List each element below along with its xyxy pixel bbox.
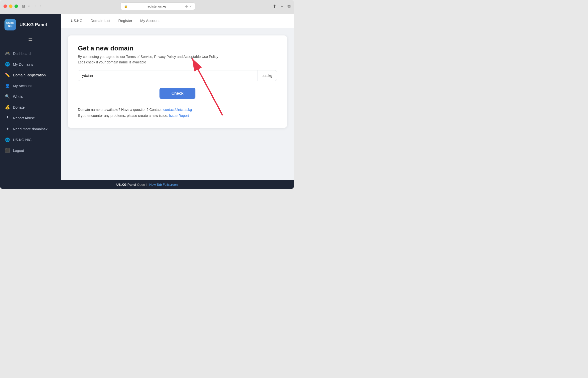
sidebar-item-report-abuse[interactable]: ! Report Abuse [0, 113, 61, 123]
issue-report-link[interactable]: Issue Report [169, 114, 189, 118]
logo-badge: US.KG NIC [4, 19, 16, 30]
sidebar: US.KG NIC US.KG Panel ☰ 🎮 Dashboard 🌐 My… [0, 14, 61, 180]
domain-registration-card: Get a new domain By continuing you agree… [68, 35, 287, 128]
check-availability-text: Let's check if your domain name is avail… [78, 60, 277, 64]
sidebar-item-logout[interactable]: ⬛ Logout [0, 145, 61, 156]
sidebar-item-label-dashboard: Dashboard [13, 52, 31, 56]
edit-icon: ✏️ [5, 73, 10, 77]
sidebar-item-dashboard[interactable]: 🎮 Dashboard [0, 48, 61, 59]
back-button[interactable]: ‹ [33, 3, 37, 9]
footer-new-tab-link[interactable]: New Tab [149, 183, 162, 187]
sidebar-item-domain-registration[interactable]: ✏️ Domain Registration [0, 70, 61, 80]
sidebar-item-my-domains[interactable]: 🌐 My Domains [0, 59, 61, 69]
footer-fullscreen-link[interactable]: Fullscreen [163, 183, 178, 187]
contact-line: Domain name unavailable? Have a question… [78, 107, 277, 113]
sidebar-item-label-domain-registration: Domain Registration [13, 73, 46, 77]
main-nav-register[interactable]: Register [114, 14, 136, 28]
sidebar-item-label-my-account: My Account [13, 84, 32, 88]
sidebar-item-label-my-domains: My Domains [13, 62, 33, 66]
sidebar-item-label-whois: Whois [13, 95, 23, 99]
main-nav-my-account[interactable]: My Account [136, 14, 164, 28]
contact-email-link[interactable]: contact@nic.us.kg [163, 108, 192, 112]
sidebar-item-donate[interactable]: 💰 Donate [0, 102, 61, 112]
plus-globe-icon: ✦ [5, 127, 10, 131]
forward-button[interactable]: › [38, 3, 43, 9]
dashboard-icon: 🎮 [5, 51, 10, 56]
page-content: Get a new domain By continuing you agree… [61, 28, 294, 180]
card-footer: Domain name unavailable? Have a question… [78, 107, 277, 119]
address-bar-url: register.us.kg [129, 4, 184, 8]
sidebar-item-label-logout: Logout [13, 149, 24, 153]
main-content-area: US.KG Domain List Register My Account Ge… [61, 14, 294, 180]
contact-prefix: Domain name unavailable? Have a question… [78, 108, 163, 112]
tabs-overview-button[interactable]: ⧉ [288, 3, 291, 9]
issue-line: If you encounter any problems, please cr… [78, 113, 277, 119]
domain-name-input[interactable] [78, 70, 258, 81]
reader-mode-icon[interactable]: ⊙ [185, 4, 188, 8]
chevron-down-icon: ▾ [28, 4, 30, 8]
traffic-light-green[interactable] [14, 4, 18, 8]
new-tab-button[interactable]: ＋ [280, 3, 284, 9]
sidebar-item-need-more-domains[interactable]: ✦ Need more domains? [0, 124, 61, 134]
main-nav-uskg[interactable]: US.KG [67, 14, 87, 28]
check-availability-button[interactable]: Check [159, 88, 195, 99]
sidebar-item-whois[interactable]: 🔍 Whois [0, 91, 61, 102]
sidebar-item-label-donate: Donate [13, 105, 25, 109]
terms-text: By continuing you agree to our Terms of … [78, 55, 277, 59]
exclamation-icon: ! [5, 116, 10, 121]
sidebar-item-label-uskg-nic: US.KG NIC [13, 138, 31, 142]
sidebar-navigation: 🎮 Dashboard 🌐 My Domains ✏️ Domain Regis… [0, 47, 61, 180]
domain-suffix-display: .us.kg [258, 70, 277, 81]
sidebar-toggle-btn[interactable]: ⊟ [22, 4, 25, 8]
sidebar-item-label-report-abuse: Report Abuse [13, 116, 35, 120]
tab-close-btn[interactable]: × [189, 4, 191, 8]
globe-icon: 🌐 [5, 62, 10, 67]
lock-icon: 🔒 [124, 5, 128, 8]
annotation-container: Get a new domain By continuing you agree… [68, 35, 287, 128]
main-navigation: US.KG Domain List Register My Account [61, 14, 294, 28]
sidebar-item-my-account[interactable]: 👤 My Account [0, 81, 61, 91]
main-nav-domain-list[interactable]: Domain List [87, 14, 114, 28]
traffic-light-red[interactable] [3, 4, 7, 8]
globe2-icon: 🌐 [5, 137, 10, 142]
donate-icon: 💰 [5, 105, 10, 110]
check-button-row: Check [78, 88, 277, 99]
traffic-light-yellow[interactable] [9, 4, 12, 8]
sidebar-item-label-need-more-domains: Need more domains? [13, 127, 48, 131]
sidebar-item-uskg-nic[interactable]: 🌐 US.KG NIC [0, 135, 61, 145]
footer-brand: US.KG Panel [116, 183, 136, 187]
browser-footer: US.KG Panel Open in New Tab Fullscreen [0, 180, 294, 189]
footer-text: Open in [136, 183, 149, 187]
sidebar-title: US.KG Panel [19, 22, 47, 27]
card-title: Get a new domain [78, 44, 277, 52]
search-icon: 🔍 [5, 94, 10, 99]
logout-icon: ⬛ [5, 148, 10, 153]
user-icon: 👤 [5, 83, 10, 88]
issue-prefix: If you encounter any problems, please cr… [78, 114, 169, 118]
domain-input-row: .us.kg [78, 70, 277, 81]
share-button[interactable]: ⬆ [273, 3, 276, 9]
hamburger-menu[interactable]: ☰ [28, 37, 33, 43]
